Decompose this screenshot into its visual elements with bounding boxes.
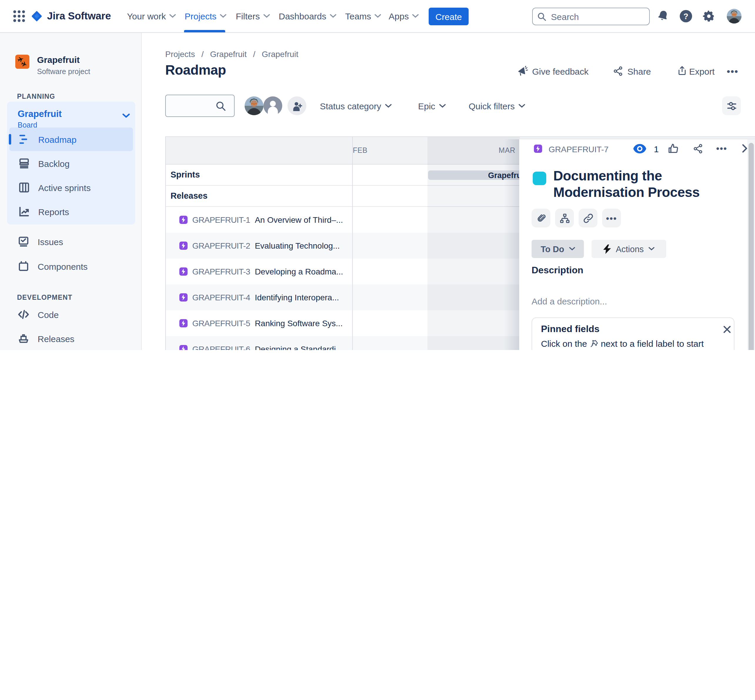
svg-text:?: ?	[684, 12, 688, 21]
